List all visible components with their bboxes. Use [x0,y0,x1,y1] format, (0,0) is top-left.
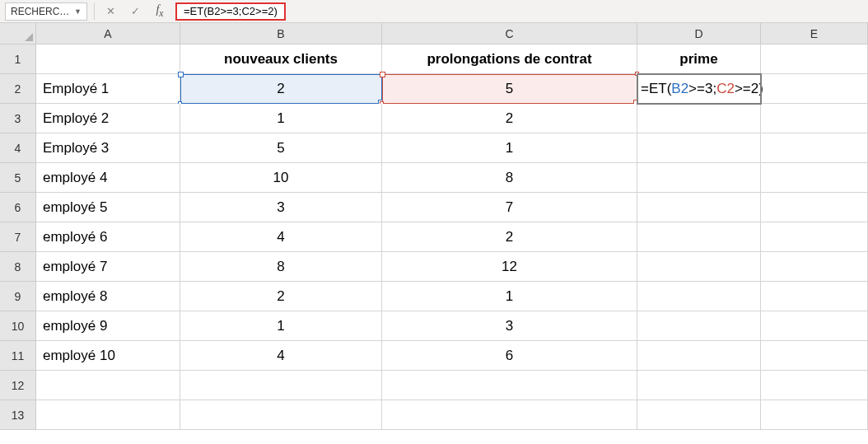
cell[interactable]: 10 [180,163,382,193]
cell[interactable] [761,282,868,311]
cell[interactable] [761,371,868,400]
cell[interactable] [36,400,180,430]
cell[interactable] [637,311,761,341]
cell[interactable] [761,163,868,193]
row-header[interactable]: 3 [0,104,36,133]
formula-input[interactable]: =ET(B2>=3;C2>=2) [175,2,286,21]
cell[interactable]: employé 4 [36,163,180,193]
cell-a1[interactable] [36,44,180,74]
row-1: 1 nouveaux clients prolongations de cont… [0,44,868,74]
select-all-corner[interactable] [0,23,36,44]
row-header[interactable]: 9 [0,282,36,311]
name-box[interactable]: RECHERC… ▼ [5,2,87,21]
cell[interactable]: employé 7 [36,252,180,282]
cell[interactable]: 1 [180,104,382,133]
row-header[interactable]: 6 [0,193,36,222]
row-header[interactable]: 2 [0,74,36,104]
row-header[interactable]: 1 [0,44,36,74]
cell-e2[interactable] [761,74,868,104]
row-8: 8 employé 7 8 12 [0,252,868,282]
col-header-b[interactable]: B [180,23,382,44]
cell-b2[interactable]: 2 [180,74,382,104]
cell[interactable] [761,252,868,282]
cell[interactable]: employé 5 [36,193,180,222]
row-header[interactable]: 8 [0,252,36,282]
cell[interactable]: 3 [180,193,382,222]
cell[interactable] [180,371,382,400]
cell[interactable]: 8 [382,163,637,193]
cell-b1[interactable]: nouveaux clients [180,44,382,74]
col-header-a[interactable]: A [36,23,180,44]
fx-icon: fx [156,3,163,19]
enter-formula-button[interactable]: ✓ [126,2,144,21]
cell[interactable]: 1 [382,282,637,311]
cell[interactable] [637,371,761,400]
cell-a2[interactable]: Employé 1 [36,74,180,104]
cell[interactable] [761,133,868,163]
cell[interactable]: 6 [382,341,637,371]
cell[interactable]: 4 [180,222,382,252]
cell[interactable] [637,282,761,311]
cell[interactable] [180,400,382,430]
col-header-d[interactable]: D [637,23,761,44]
cell[interactable] [637,252,761,282]
cell[interactable]: 7 [382,193,637,222]
cell[interactable] [637,341,761,371]
cell[interactable] [36,371,180,400]
row-7: 7 employé 6 4 2 [0,222,868,252]
row-4: 4 Employé 3 5 1 [0,133,868,163]
cell[interactable]: 4 [180,341,382,371]
row-header[interactable]: 4 [0,133,36,163]
row-header[interactable]: 11 [0,341,36,371]
cell[interactable] [761,341,868,371]
cell[interactable]: 2 [382,222,637,252]
cell[interactable]: employé 8 [36,282,180,311]
cell[interactable]: 1 [180,311,382,341]
cell-c1[interactable]: prolongations de contrat [382,44,637,74]
row-2: 2 Employé 1 2 5 =ET(B2>=3;C2>=2) [0,74,868,104]
row-9: 9 employé 8 2 1 [0,282,868,311]
cell[interactable]: Employé 2 [36,104,180,133]
cell-e1[interactable] [761,44,868,74]
cell[interactable]: 2 [382,104,637,133]
cell[interactable]: employé 6 [36,222,180,252]
cell[interactable] [637,222,761,252]
cell[interactable] [637,400,761,430]
cell[interactable] [382,371,637,400]
cell-d2-editing[interactable]: =ET(B2>=3;C2>=2) [637,74,761,104]
cell[interactable]: 8 [180,252,382,282]
formula-bar: RECHERC… ▼ ✕ ✓ fx =ET(B2>=3;C2>=2) [0,0,868,23]
row-header[interactable]: 5 [0,163,36,193]
col-header-e[interactable]: E [761,23,868,44]
cell[interactable]: employé 10 [36,341,180,371]
cell[interactable] [761,400,868,430]
row-header[interactable]: 13 [0,400,36,430]
cell[interactable] [761,104,868,133]
cell[interactable] [637,163,761,193]
row-11: 11 employé 10 4 6 [0,341,868,371]
cell[interactable]: 1 [382,133,637,163]
col-header-c[interactable]: C [382,23,637,44]
cell-c2[interactable]: 5 [382,74,637,104]
cell[interactable] [761,222,868,252]
cell[interactable] [761,193,868,222]
insert-function-button[interactable]: fx [151,2,169,21]
cell[interactable]: 3 [382,311,637,341]
cell[interactable] [637,133,761,163]
row-header[interactable]: 10 [0,311,36,341]
cell[interactable]: 12 [382,252,637,282]
cancel-formula-button[interactable]: ✕ [101,2,119,21]
cell[interactable]: employé 9 [36,311,180,341]
cell[interactable]: Employé 3 [36,133,180,163]
divider [94,3,95,20]
cell-d1[interactable]: prime [637,44,761,74]
cell[interactable] [637,193,761,222]
row-header[interactable]: 7 [0,222,36,252]
cell[interactable] [637,104,761,133]
row-header[interactable]: 12 [0,371,36,400]
cell[interactable]: 2 [180,282,382,311]
cell[interactable] [382,400,637,430]
cell[interactable] [761,311,868,341]
formula-text: =ET(B2>=3;C2>=2) [184,5,278,17]
cell[interactable]: 5 [180,133,382,163]
